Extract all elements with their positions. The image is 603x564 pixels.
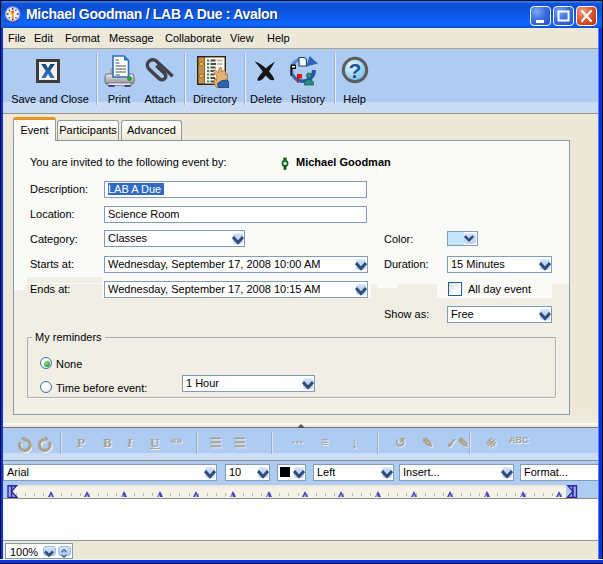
svg-text:?: ?: [349, 59, 362, 82]
